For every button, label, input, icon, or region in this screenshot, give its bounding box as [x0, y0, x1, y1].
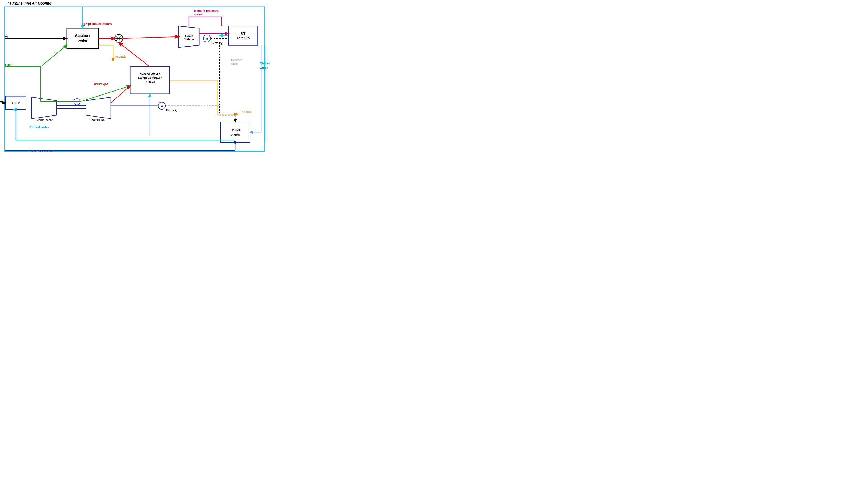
to-stack-right-text: To stack	[240, 110, 251, 114]
aux-boiler-label: Auxiliary	[75, 33, 90, 37]
hrsg-label1: Heat Recovery	[140, 72, 160, 75]
waste-gas-line	[111, 86, 130, 103]
returned-water-right-text1: Returned	[231, 58, 242, 62]
fuel-text: Fuel	[5, 63, 12, 67]
chilled-water-bottom-text: Chilled water	[30, 125, 49, 129]
compressor-shape	[32, 97, 56, 119]
diagram-container: Auxiliary boiler Heat Recovery Steam Gen…	[0, 0, 272, 161]
svg-rect-5	[221, 122, 250, 142]
compressor-text: Compressor	[37, 118, 53, 122]
hrsg-label3: (HRSG)	[144, 80, 155, 84]
aux-boiler-label2: boiler	[77, 38, 88, 42]
steam-turbine-label2: Turbine	[184, 38, 194, 41]
generator-steam-label: G	[206, 37, 208, 40]
gas-turbine-shape	[86, 97, 111, 119]
title-label: *Turbine Inlet Air Cooling	[8, 1, 51, 5]
returned-water-bottom-text: Returned water	[30, 149, 52, 152]
electricity-bottom-text: Electricity	[166, 109, 177, 112]
generator-gas-label: G	[161, 104, 163, 108]
chiller-plants-label2: plants	[230, 133, 240, 136]
fuel-to-boiler-line	[41, 45, 67, 67]
mp-steam-text1: Medium pressure	[194, 9, 219, 13]
returned-water-right-text2: water	[231, 62, 238, 65]
chiller-plants-label1: Chiller	[230, 128, 240, 132]
svg-rect-3	[228, 26, 258, 45]
chilled-water-right-text1: Chilled	[260, 61, 270, 65]
ut-campus-label2: campus	[237, 36, 250, 40]
hrsg-to-mix-line	[119, 42, 150, 67]
steam-turbine-label1: Steam	[185, 34, 193, 37]
electricity-top-text: Electricity	[211, 41, 222, 45]
hrsg-label2: Steam Generator	[138, 76, 162, 79]
air-bottom-text: Air	[0, 100, 4, 103]
tiac-label: TIAC*	[12, 101, 20, 105]
to-stack-top-text: To stack	[115, 55, 126, 58]
gas-turbine-text: Gas turbine	[89, 118, 105, 122]
ut-campus-label1: UT	[241, 32, 245, 35]
waste-gas-text: Waste gas	[94, 82, 108, 86]
hp-steam-text: High pressure steam	[80, 22, 112, 25]
chilled-water-right-text2: water	[259, 66, 268, 70]
mp-steam-text2: steam	[194, 13, 203, 16]
air-top-text: Air	[5, 35, 9, 38]
mix-to-steam-turbine-line	[123, 37, 179, 38]
